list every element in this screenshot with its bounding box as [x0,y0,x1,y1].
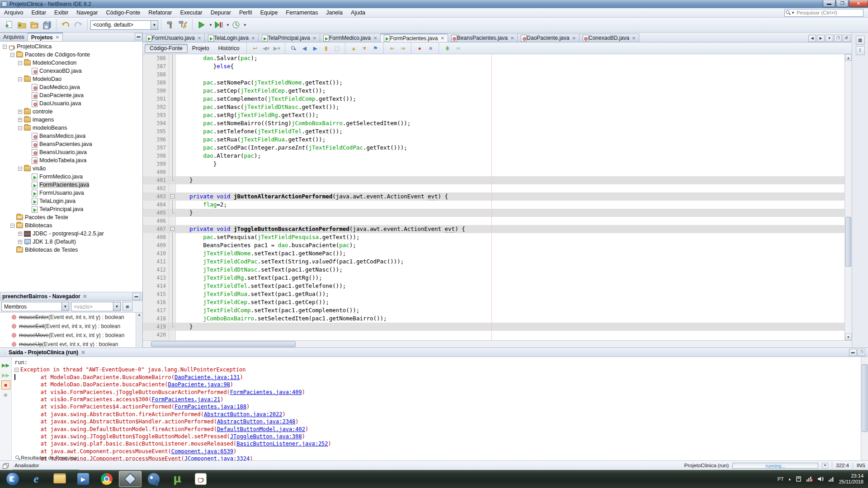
run-project-button[interactable] [195,19,208,31]
tree-item[interactable]: −modeloBeans [0,124,142,132]
source-link[interactable]: DefaultButtonModel.java:402 [217,426,305,432]
tree-item[interactable]: +JDBC - postgresql-42.2.5.jar [0,230,142,238]
source-link[interactable]: AbstractButton.java:2022 [204,411,282,418]
collapse-handle-icon[interactable]: − [18,126,22,130]
expand-handle-icon[interactable]: + [18,240,22,244]
editor-tab-FormPacientes.java[interactable]: FormPacientes.java✕ [380,33,448,42]
shift-left-icon[interactable]: ⇐ [387,43,397,53]
highlight-icon[interactable]: ▮ [321,43,331,53]
collapse-handle-icon[interactable]: − [18,61,22,65]
tree-item[interactable]: −Pacotes de Códigos-fonte [0,51,142,59]
source-link[interactable]: FormPacientes.java:188 [175,404,246,410]
signal-icon[interactable] [828,476,835,482]
menu-ajuda[interactable]: Ajuda [347,9,369,17]
scroll-tabs-left-icon[interactable]: ◀ [808,35,816,42]
tray-expand-icon[interactable]: ▲ [788,477,792,481]
config-select[interactable]: <config. default>▼ [90,20,158,30]
tree-item[interactable]: Bibliotecas de Testes [0,246,142,254]
explorer-tab-projetos[interactable]: Projetos✕ [28,33,63,41]
new-project-button[interactable] [15,19,28,31]
code-lines[interactable]: dao.Salvar(pac); }else{ pac.setNomePac(j… [176,54,852,340]
menu-perfil[interactable]: Perfil [235,9,256,17]
close-icon[interactable]: ✕ [632,36,636,41]
navigator-minimize-icon[interactable]: ▬ [132,293,140,300]
editor-tab-TelaLogin.java[interactable]: TelaLogin.java✕ [204,33,259,42]
navigator-sort-icon[interactable]: ▦ [123,302,132,311]
collapse-handle-icon[interactable]: − [3,45,7,49]
menu-depurar[interactable]: Depurar [207,9,235,17]
source-link[interactable]: DaoPaciente.java:98 [168,381,230,388]
tree-item[interactable]: DaoUsuario.java [0,99,142,108]
forward-icon[interactable]: ▶▾ [272,43,282,53]
new-file-button[interactable] [3,19,15,31]
next-match-icon[interactable]: ▶ [310,43,320,53]
navigator-filter-combo[interactable]: <vazio>▼ [71,302,121,311]
code-fold-column[interactable]: −− [169,54,176,340]
vertical-scroll-thumb[interactable] [845,217,851,267]
taskbar-item-chrome[interactable] [95,471,118,487]
previous-bookmark-icon[interactable]: ▲ [349,43,359,53]
taskbar-item-media-player[interactable]: ▶ [72,471,94,487]
output-console[interactable]: run:−Exception in thread "AWT-EventQueue… [12,357,868,460]
statusbar-tab-Resultados da Pesquisa[interactable]: Resultados da Pesquisa [12,454,80,462]
window-cascade-icon[interactable] [3,463,8,468]
taskbar-item-netbeans[interactable] [119,471,142,487]
scroll-tabs-right-icon[interactable]: ▶ [817,35,825,42]
next-bookmark-icon[interactable]: ▼ [359,43,369,53]
editor-tab-ConexaoBD.java[interactable]: ConexaoBD.java✕ [579,33,639,42]
find-icon[interactable] [288,43,298,53]
horizontal-scrollbar[interactable] [143,340,852,347]
action-center-icon[interactable] [796,476,802,482]
debug-project-button[interactable] [212,19,225,31]
menu-navegar[interactable]: Navegar [72,9,102,17]
menu-executar[interactable]: Executar [176,9,206,17]
close-icon[interactable]: ✕ [198,36,201,41]
tree-item[interactable]: TelaLogin.java [0,197,142,205]
view-Projeto[interactable]: Projeto [188,44,214,53]
uncomment-icon[interactable]: ⋍ [453,43,463,53]
output-tab-close-icon[interactable]: ✕ [81,349,85,356]
navigator-member[interactable]: mouseEnter(Event evt, int x, int y) : bo… [0,313,142,322]
expand-handle-icon[interactable]: + [18,110,22,114]
comment-icon[interactable]: ⋕ [442,43,452,53]
properties-window-button[interactable]: I [856,46,865,55]
view-Código-Fonte[interactable]: Código-Fonte [145,44,188,53]
menu-editar[interactable]: Editar [27,9,50,17]
menu-janela[interactable]: Janela [322,9,347,17]
save-all-button[interactable] [41,19,53,31]
output-scroll-thumb[interactable] [862,364,868,432]
tree-item[interactable]: −ModeloDao [0,75,142,83]
source-link[interactable]: DaoPaciente.java:131 [175,374,240,380]
tree-item[interactable]: FormUsuario.java [0,189,142,197]
clock[interactable]: 23:14 25/11/2018 [839,473,863,485]
tree-item[interactable]: +controle [0,108,142,116]
editor-tab-BeansPacientes.java[interactable]: BeansPacientes.java✕ [448,33,518,42]
explorer-tab-arquivos[interactable]: Arquivos [0,33,28,41]
view-Histórico[interactable]: Histórico [214,44,244,53]
stop-macro-icon[interactable]: ■ [425,43,435,53]
navigator-member[interactable]: mouseMove(Event evt, int x, int y) : boo… [0,331,142,340]
rect-select-icon[interactable]: ⬚ [332,43,342,53]
fold-collapse-icon[interactable]: − [170,194,175,198]
taskbar-item-start[interactable] [1,471,24,487]
collapse-handle-icon[interactable]: − [18,167,22,171]
volume-icon[interactable] [817,476,824,482]
close-button[interactable]: ✕ [849,0,868,7]
editor-tab-TelaPrincipal.java[interactable]: TelaPrincipal.java✕ [258,33,320,42]
source-link[interactable]: BasicButtonListener.java:252 [236,441,328,447]
tab-list-dropdown-icon[interactable]: ▼ [826,35,833,42]
source-link[interactable]: AbstractButton.java:2348 [217,418,295,425]
record-macro-icon[interactable]: ● [415,43,425,53]
clean-build-button[interactable] [177,19,189,31]
source-link[interactable]: FormPacientes.java:21 [151,396,220,403]
source-link[interactable]: Component.java:6539 [171,448,233,455]
taskbar-item-postgresql[interactable] [142,471,165,487]
tree-item[interactable]: −Bibliotecas [0,221,142,230]
menu-equipe[interactable]: Equipe [256,9,282,17]
rerun-button[interactable]: ▶▶ [1,361,10,370]
minimize-button[interactable]: ▬ [823,0,835,7]
navigator-close-icon[interactable]: ✕ [83,293,87,300]
close-icon[interactable]: ✕ [572,36,576,41]
tree-item[interactable]: TelaPrincipal.java [0,205,142,213]
search-input[interactable]: ▼ Pesquisar (Ctrl+I) [784,9,863,17]
